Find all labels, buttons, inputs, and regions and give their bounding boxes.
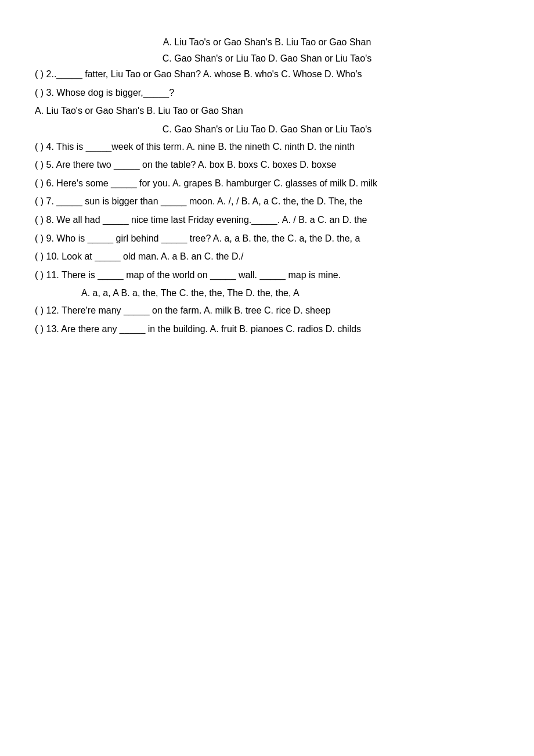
main-content: A. Liu Tao's or Gao Shan's B. Liu Tao or… (35, 35, 499, 336)
question-line-13: ( ) 11. There is _____ map of the world … (35, 268, 499, 283)
question-line-6: ( ) 4. This is _____week of this term. A… (35, 139, 499, 154)
question-line-15: ( ) 12. There're many _____ on the farm.… (35, 303, 499, 318)
question-line-9: ( ) 7. _____ sun is bigger than _____ mo… (35, 194, 499, 209)
question-line-7: ( ) 5. Are there two _____ on the table?… (35, 157, 499, 172)
question-line-4: A. Liu Tao's or Gao Shan's B. Liu Tao or… (35, 103, 499, 118)
question-line-5: C. Gao Shan's or Liu Tao D. Gao Shan or … (35, 122, 499, 137)
question-line-1: C. Gao Shan's or Liu Tao D. Gao Shan or … (35, 51, 499, 66)
question-line-3: ( ) 3. Whose dog is bigger,_____? (35, 85, 499, 100)
question-line-12: ( ) 10. Look at _____ old man. A. a B. a… (35, 249, 499, 264)
question-line-0: A. Liu Tao's or Gao Shan's B. Liu Tao or… (35, 35, 499, 50)
question-line-8: ( ) 6. Here's some _____ for you. A. gra… (35, 176, 499, 191)
question-line-14: A. a, a, A B. a, the, The C. the, the, T… (35, 286, 499, 301)
question-line-2: ( ) 2.._____ fatter, Liu Tao or Gao Shan… (35, 67, 499, 82)
question-line-11: ( ) 9. Who is _____ girl behind _____ tr… (35, 231, 499, 246)
question-line-16: ( ) 13. Are there any _____ in the build… (35, 322, 499, 337)
question-line-10: ( ) 8. We all had _____ nice time last F… (35, 213, 499, 228)
